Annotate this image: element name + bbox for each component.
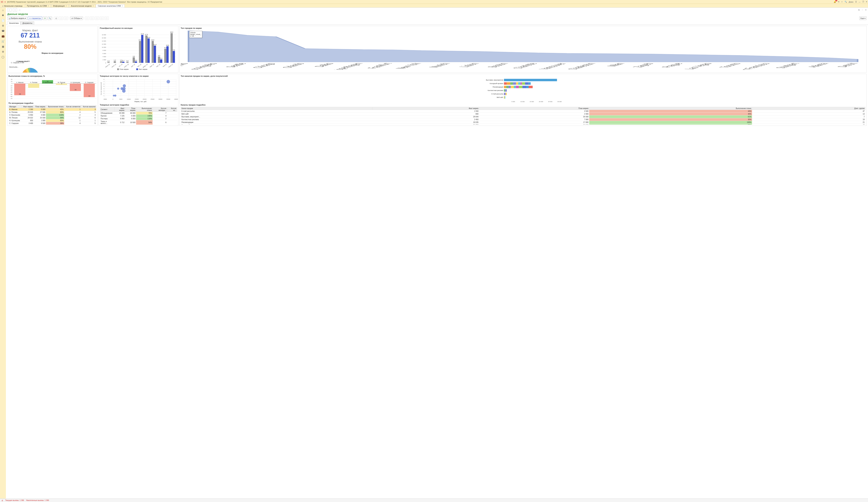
tool-a[interactable]: ◧ bbox=[54, 17, 58, 20]
rail-home-icon[interactable]: ⌂ bbox=[2, 9, 4, 11]
reset-button[interactable]: 🔍 bbox=[48, 17, 52, 20]
table-row[interactable]: Н. Кузнецова6501 00065%11 bbox=[9, 119, 96, 122]
favorite-icon[interactable]: ☆ bbox=[18, 8, 21, 12]
link-icon[interactable]: ⧉ bbox=[858, 9, 860, 11]
rail-globe-icon[interactable]: ◯ bbox=[2, 55, 4, 58]
refresh-button[interactable]: ⟳ bbox=[43, 17, 47, 20]
table-row[interactable]: Постеры6 9506 000116%2 bbox=[100, 117, 177, 120]
svg-text:дек. 19: дек. 19 bbox=[131, 64, 135, 67]
svg-text:Zagreb: Zagreb bbox=[630, 63, 657, 68]
svg-text:июль 19: июль 19 bbox=[111, 64, 116, 68]
tab-analytics[interactable]: Аналитика bbox=[7, 21, 20, 25]
restore-icon[interactable]: ❐ bbox=[862, 1, 864, 3]
tool-c[interactable]: ⬚ bbox=[64, 17, 68, 20]
bell-icon[interactable]: 🔔3 bbox=[834, 1, 836, 3]
channels-table[interactable]: Канал продажФакт маржаПлан маржаВыполнен… bbox=[181, 107, 865, 125]
tool-b[interactable]: ⬚ bbox=[59, 17, 63, 20]
more-icon[interactable]: ⋮ bbox=[861, 9, 863, 11]
svg-text:12 000: 12 000 bbox=[102, 43, 106, 45]
more-button[interactable]: Еще ▾ bbox=[859, 17, 867, 20]
rail-grid-icon[interactable]: ▦ bbox=[2, 45, 4, 48]
svg-text:7,6: 7,6 bbox=[173, 49, 175, 51]
rail-graph-icon[interactable]: ✱ bbox=[2, 14, 4, 17]
channels-chart-title: Топ каналов продаж по марже, доли покупа… bbox=[181, 75, 865, 77]
svg-point-179 bbox=[123, 84, 126, 87]
rail-doc-icon[interactable]: 📄 bbox=[2, 19, 4, 22]
tool-f[interactable]: ⬚ bbox=[95, 17, 99, 20]
table-row[interactable]: Веб-сайт8002 00040%13 bbox=[181, 113, 865, 115]
svg-text:Lisbon: Lisbon bbox=[456, 63, 482, 67]
panel-close-icon[interactable]: ✕ bbox=[865, 9, 867, 11]
menu-icon[interactable]: ≡ bbox=[4, 1, 6, 3]
table-row[interactable]: Выставки, мероприят...28 64435 50081%7 bbox=[181, 115, 865, 118]
svg-rect-209 bbox=[523, 86, 526, 88]
tool-d[interactable]: ⬚ bbox=[85, 17, 89, 20]
svg-text:8 000: 8 000 bbox=[103, 50, 106, 51]
svg-text:Seattle: Seattle bbox=[223, 63, 249, 67]
tool-e[interactable]: ⬚ bbox=[90, 17, 94, 20]
table-row[interactable]: А. Попова29 92937 50080%45 bbox=[9, 111, 96, 114]
tool-g[interactable]: ⬚ bbox=[100, 17, 104, 20]
svg-text:2 000: 2 000 bbox=[103, 59, 106, 61]
table-row[interactable]: Контекстная реклама2 4507 00035%19 bbox=[181, 118, 865, 121]
svg-rect-60 bbox=[158, 56, 160, 63]
close-icon[interactable]: × bbox=[93, 5, 94, 7]
user-name[interactable]: Демо bbox=[849, 1, 854, 3]
table-row[interactable]: Холодный прозвон15 73219 50081%40 bbox=[181, 124, 865, 125]
print-icon[interactable]: 🖨 bbox=[1, 499, 3, 501]
svg-rect-217 bbox=[506, 93, 507, 95]
forward-button[interactable]: → bbox=[13, 8, 17, 12]
svg-text:3,5: 3,5 bbox=[133, 55, 135, 57]
rail-phone-icon[interactable]: ☎ bbox=[2, 30, 4, 32]
table-row[interactable]: М. Петров24 02225 50094%126 bbox=[9, 116, 96, 119]
history-icon[interactable]: ⟲ bbox=[838, 1, 839, 3]
select-model-button[interactable]: 📊 Выбрать модель ▾ bbox=[7, 17, 27, 20]
svg-text:16 000: 16 000 bbox=[102, 37, 106, 39]
settings-icon[interactable]: ☰ bbox=[855, 1, 857, 3]
tab-item[interactable]: Информация× bbox=[51, 4, 69, 8]
svg-text:-35: -35 bbox=[74, 89, 76, 91]
minimize-icon[interactable]: — bbox=[859, 1, 860, 3]
close-icon[interactable]: ✕ bbox=[866, 1, 867, 3]
svg-text:нояб. 19: нояб. 19 bbox=[124, 64, 129, 68]
svg-text:Boston: Boston bbox=[485, 63, 511, 67]
table-row[interactable]: Рекомендации18 03517 000106%21 bbox=[181, 121, 865, 124]
svg-text:Выставки, мероприятия: Выставки, мероприятия bbox=[486, 79, 503, 81]
tab-documents[interactable]: Документы bbox=[20, 21, 34, 25]
close-icon[interactable]: × bbox=[48, 5, 49, 7]
tab-item[interactable]: Путеводитель по CRM× bbox=[25, 4, 51, 8]
svg-rect-62 bbox=[160, 59, 162, 63]
star-icon[interactable]: ☆ bbox=[841, 1, 843, 3]
svg-rect-47 bbox=[141, 35, 143, 63]
search-icon[interactable]: 🔍 bbox=[845, 1, 847, 3]
table-row[interactable]: С. Сидоров3 4009 50036%45 bbox=[9, 122, 96, 125]
managers-table[interactable]: ManagerФакт маржаПлан маржаВыполнение пл… bbox=[9, 105, 96, 125]
filters-button[interactable]: 🏷 Отборы ▾ bbox=[70, 17, 83, 20]
rail-gear-icon[interactable]: ⚙ bbox=[2, 50, 4, 53]
svg-text:-60: -60 bbox=[10, 96, 12, 97]
svg-text:Atlanta: Atlanta bbox=[805, 63, 831, 67]
table-row[interactable]: Ткань и аксесс...5 71210 50054%6 bbox=[100, 120, 177, 125]
tool-h[interactable]: ⬚ bbox=[104, 17, 109, 20]
rail-cart-icon[interactable]: 🛒 bbox=[2, 40, 4, 43]
svg-rect-202 bbox=[504, 86, 506, 88]
tab-home[interactable]: ⌂ Начальная страница bbox=[1, 4, 24, 8]
panel-channels: Топ каналов продаж по марже, доли покупа… bbox=[179, 74, 867, 126]
table-row[interactable]: Оборудование35 09946 00076%7 bbox=[100, 112, 177, 115]
close-icon[interactable]: × bbox=[66, 5, 67, 7]
categories-table[interactable]: СегментФакт маржаПлан маржаВыполнение пл… bbox=[100, 107, 177, 125]
params-button[interactable]: <·> параметры bbox=[28, 17, 42, 20]
close-icon[interactable]: × bbox=[122, 5, 123, 7]
table-row[interactable]: E-mail рассылка1 5503 50044%47 bbox=[181, 110, 865, 113]
rail-flow-icon[interactable]: ⚙ bbox=[2, 24, 4, 27]
tab-item[interactable]: Сквозная аналитика CRM× bbox=[96, 4, 125, 8]
svg-text:Л. Васильева...: Л. Васильева... bbox=[9, 66, 19, 68]
back-button[interactable]: ← bbox=[7, 8, 11, 12]
tab-item[interactable]: Аналитические модели× bbox=[69, 4, 96, 8]
table-row[interactable]: А. Иванов2 2605 00045%13 bbox=[9, 108, 96, 111]
table-row[interactable]: Прочее7 2255 000145%4 bbox=[100, 115, 177, 117]
svg-rect-70 bbox=[170, 33, 173, 63]
rail-bag-icon[interactable]: 💼 bbox=[2, 35, 4, 38]
table-row[interactable]: Л. Васильева6 9506 000116%23 bbox=[9, 114, 96, 116]
kpi-margin-value: 67 211 bbox=[9, 32, 52, 39]
